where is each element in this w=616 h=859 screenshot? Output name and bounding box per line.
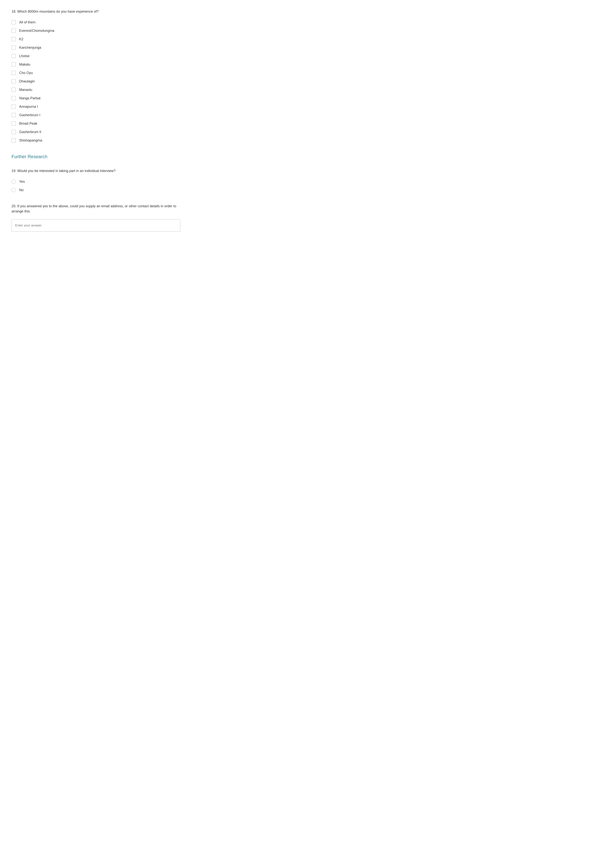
checkbox-label-9: Nanga Parbat xyxy=(19,96,41,100)
checkbox-item-3[interactable]: Kanchenjunga xyxy=(11,45,180,50)
radio-1[interactable] xyxy=(11,188,16,192)
checkbox-item-7[interactable]: Dhaulagiri xyxy=(11,79,180,83)
checkbox-label-10: Annapurna I xyxy=(19,105,38,109)
checkbox-item-12[interactable]: Broad Peak xyxy=(11,121,180,126)
checkbox-item-10[interactable]: Annapurna I xyxy=(11,105,180,109)
checkbox-item-4[interactable]: Lhotse xyxy=(11,54,180,58)
checkbox-label-8: Manaslu xyxy=(19,88,32,92)
checkbox-item-2[interactable]: K2 xyxy=(11,37,180,41)
checkbox-1[interactable] xyxy=(11,28,16,33)
checkbox-label-5: Makalu xyxy=(19,62,30,67)
radio-label-0: Yes xyxy=(19,180,25,184)
checkbox-label-1: Everest/Chomolungma xyxy=(19,29,54,33)
radio-group-19: YesNo xyxy=(11,180,180,192)
checkbox-0[interactable] xyxy=(11,20,16,24)
checkbox-9[interactable] xyxy=(11,96,16,100)
checkbox-label-2: K2 xyxy=(19,37,23,41)
checkbox-6[interactable] xyxy=(11,71,16,75)
checkbox-item-6[interactable]: Cho Oyu xyxy=(11,71,180,75)
checkbox-label-13: Gasherbrum II xyxy=(19,130,41,134)
question-20-input[interactable] xyxy=(11,219,180,232)
checkbox-label-7: Dhaulagiri xyxy=(19,80,35,83)
checkbox-item-14[interactable]: Shishapangma xyxy=(11,138,180,142)
radio-item-0[interactable]: Yes xyxy=(11,180,180,184)
checkbox-label-0: All of them xyxy=(19,20,36,24)
radio-0[interactable] xyxy=(11,180,16,184)
checkbox-label-3: Kanchenjunga xyxy=(19,45,41,50)
checkbox-14[interactable] xyxy=(11,138,16,142)
checkbox-item-8[interactable]: Manaslu xyxy=(11,87,180,92)
checkbox-4[interactable] xyxy=(11,54,16,58)
checkbox-label-11: Gasherbrum I xyxy=(19,113,40,117)
further-research-section: Further Research xyxy=(11,154,180,159)
further-research-heading: Further Research xyxy=(11,154,180,159)
question-20-title: 20. If you answered yes to the above, co… xyxy=(11,204,180,214)
checkbox-item-5[interactable]: Makalu xyxy=(11,62,180,67)
checkbox-item-1[interactable]: Everest/Chomolungma xyxy=(11,28,180,33)
checkbox-10[interactable] xyxy=(11,105,16,109)
checkbox-item-11[interactable]: Gasherbrum I xyxy=(11,113,180,117)
checkbox-item-0[interactable]: All of them xyxy=(11,20,180,24)
checkbox-item-9[interactable]: Nanga Parbat xyxy=(11,96,180,100)
checkbox-item-13[interactable]: Gasherbrum II xyxy=(11,130,180,134)
checkbox-label-6: Cho Oyu xyxy=(19,71,33,75)
question-19-title: 19. Would you be interested in taking pa… xyxy=(11,169,180,173)
checkbox-7[interactable] xyxy=(11,79,16,83)
radio-label-1: No xyxy=(19,188,23,192)
checkbox-2[interactable] xyxy=(11,37,16,41)
checkbox-11[interactable] xyxy=(11,113,16,117)
question-18-title: 18. Which 8000m mountains do you have ex… xyxy=(11,9,180,14)
checkbox-5[interactable] xyxy=(11,62,16,67)
checkbox-group-18: All of themEverest/ChomolungmaK2Kanchenj… xyxy=(11,20,180,142)
checkbox-12[interactable] xyxy=(11,121,16,126)
checkbox-label-4: Lhotse xyxy=(19,54,30,58)
checkbox-3[interactable] xyxy=(11,45,16,50)
checkbox-label-12: Broad Peak xyxy=(19,122,37,126)
checkbox-label-14: Shishapangma xyxy=(19,139,42,142)
checkbox-13[interactable] xyxy=(11,130,16,134)
radio-item-1[interactable]: No xyxy=(11,188,180,192)
checkbox-8[interactable] xyxy=(11,87,16,92)
